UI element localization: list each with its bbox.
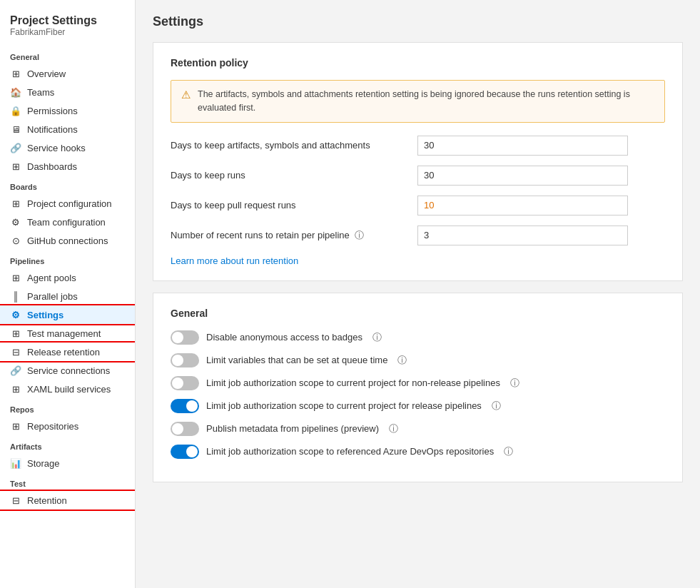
form-label-days-artifacts: Days to keep artifacts, symbols and atta… — [171, 140, 406, 151]
sidebar-item-parallel-jobs[interactable]: ║Parallel jobs — [0, 287, 135, 305]
sidebar: Project Settings FabrikamFiber General⊞O… — [0, 0, 136, 588]
page-title: Settings — [153, 14, 683, 29]
sidebar-item-agent-pools[interactable]: ⊞Agent pools — [0, 268, 135, 287]
sidebar-item-label-xaml-build-services: XAML build services — [27, 384, 111, 395]
sidebar-item-repositories[interactable]: ⊞Repositories — [0, 417, 135, 435]
sidebar-item-project-configuration[interactable]: ⊞Project configuration — [0, 194, 135, 213]
app-subtitle: FabrikamFiber — [10, 27, 125, 37]
settings-icon: ⚙ — [10, 309, 21, 320]
sidebar-item-label-service-hooks: Service hooks — [27, 143, 86, 153]
sidebar-item-label-retention: Retention — [27, 495, 67, 506]
sidebar-item-label-permissions: Permissions — [27, 106, 78, 116]
form-label-days-runs: Days to keep runs — [171, 170, 406, 181]
form-row-days-pr-runs: Days to keep pull request runs — [171, 196, 665, 216]
sidebar-item-service-hooks[interactable]: 🔗Service hooks — [0, 138, 135, 157]
toggle-label-anonymous-badges: Disable anonymous access to badges — [206, 332, 362, 343]
sidebar-item-settings[interactable]: ⚙Settings1 — [0, 305, 135, 324]
sidebar-item-label-parallel-jobs: Parallel jobs — [27, 291, 78, 302]
form-label-recent-runs: Number of recent runs to retain per pipe… — [171, 229, 406, 242]
toggle-switch-anonymous-badges[interactable] — [171, 330, 199, 345]
parallel-jobs-icon: ║ — [10, 290, 21, 302]
sidebar-section-label: Boards — [0, 176, 135, 194]
toggle-switch-limit-job-auth-non-release[interactable] — [171, 376, 199, 390]
sidebar-header: Project Settings FabrikamFiber — [0, 9, 135, 46]
retention-policy-section: Retention policy ⚠ The artifacts, symbol… — [153, 42, 683, 281]
retention-policy-title: Retention policy — [171, 57, 665, 69]
sidebar-item-release-retention[interactable]: ⊟Release retention2 — [0, 343, 135, 361]
form-row-recent-runs: Number of recent runs to retain per pipe… — [171, 225, 665, 245]
sidebar-item-test-management[interactable]: ⊞Test management — [0, 324, 135, 343]
sidebar-item-teams[interactable]: 🏠Teams — [0, 83, 135, 101]
retention-icon: ⊟ — [10, 495, 21, 506]
form-label-days-pr-runs: Days to keep pull request runs — [171, 200, 406, 211]
toggle-switch-limit-job-auth-azure[interactable] — [171, 445, 199, 459]
app-title: Project Settings — [10, 14, 125, 27]
sidebar-item-storage[interactable]: 📊Storage — [0, 454, 135, 472]
sidebar-item-github-connections[interactable]: ⊙GitHub connections — [0, 231, 135, 250]
overview-icon: ⊞ — [10, 68, 21, 79]
toggle-label-limit-job-auth-release: Limit job authorization scope to current… — [206, 400, 482, 411]
agent-pools-icon: ⊞ — [10, 272, 21, 283]
teams-icon: 🏠 — [10, 86, 21, 98]
toggle-row-limit-job-auth-azure: Limit job authorization scope to referen… — [171, 445, 665, 459]
toggle-label-limit-variables: Limit variables that can be set at queue… — [206, 355, 387, 365]
toggle-info-icon-anonymous-badges[interactable]: ⓘ — [372, 331, 382, 344]
sidebar-item-label-service-connections: Service connections — [27, 365, 110, 376]
project-configuration-icon: ⊞ — [10, 198, 21, 209]
sidebar-item-retention[interactable]: ⊟Retention3 — [0, 491, 135, 510]
sidebar-item-label-release-retention: Release retention — [27, 347, 100, 358]
xaml-build-services-icon: ⊞ — [10, 383, 21, 395]
sidebar-item-service-connections[interactable]: 🔗Service connections — [0, 361, 135, 380]
toggle-info-icon-limit-job-auth-non-release[interactable]: ⓘ — [510, 377, 519, 390]
sidebar-item-overview[interactable]: ⊞Overview — [0, 64, 135, 83]
toggle-row-publish-metadata: Publish metadata from pipelines (preview… — [171, 422, 665, 436]
toggle-row-anonymous-badges: Disable anonymous access to badgesⓘ — [171, 330, 665, 345]
release-retention-icon: ⊟ — [10, 346, 21, 358]
service-hooks-icon: 🔗 — [10, 142, 21, 153]
sidebar-item-notifications[interactable]: 🖥Notifications — [0, 120, 135, 138]
warning-icon: ⚠ — [181, 88, 191, 101]
sidebar-item-label-test-management: Test management — [27, 328, 101, 339]
input-recent-runs[interactable] — [417, 225, 628, 245]
sidebar-item-dashboards[interactable]: ⊞Dashboards — [0, 157, 135, 176]
sidebar-item-label-dashboards: Dashboards — [27, 161, 77, 172]
sidebar-item-permissions[interactable]: 🔒Permissions — [0, 101, 135, 120]
input-days-pr-runs[interactable] — [417, 196, 628, 216]
sidebar-section-label: Pipelines — [0, 250, 135, 268]
info-icon-recent-runs[interactable]: ⓘ — [352, 230, 365, 240]
sidebar-item-label-repositories: Repositories — [27, 421, 78, 432]
main-content: Settings Retention policy ⚠ The artifact… — [136, 0, 700, 588]
github-connections-icon: ⊙ — [10, 235, 21, 246]
sidebar-section-label: General — [0, 46, 135, 64]
learn-more-link[interactable]: Learn more about run retention — [171, 255, 298, 266]
service-connections-icon: 🔗 — [10, 365, 21, 376]
team-configuration-icon: ⚙ — [10, 216, 21, 228]
sidebar-item-label-team-configuration: Team configuration — [27, 217, 106, 228]
input-days-runs[interactable] — [417, 166, 628, 186]
toggle-row-limit-job-auth-non-release: Limit job authorization scope to current… — [171, 376, 665, 390]
toggle-switch-limit-variables[interactable] — [171, 353, 199, 368]
alert-banner: ⚠ The artifacts, symbols and attachments… — [171, 80, 665, 123]
sidebar-item-label-github-connections: GitHub connections — [27, 235, 108, 246]
toggle-row-limit-variables: Limit variables that can be set at queue… — [171, 353, 665, 368]
permissions-icon: 🔒 — [10, 105, 21, 116]
toggle-info-icon-publish-metadata[interactable]: ⓘ — [389, 422, 398, 435]
sidebar-item-xaml-build-services[interactable]: ⊞XAML build services — [0, 380, 135, 398]
input-days-artifacts[interactable] — [417, 136, 628, 156]
toggle-info-icon-limit-job-auth-release[interactable]: ⓘ — [492, 400, 501, 412]
toggle-label-limit-job-auth-non-release: Limit job authorization scope to current… — [206, 377, 500, 388]
form-row-days-artifacts: Days to keep artifacts, symbols and atta… — [171, 136, 665, 156]
storage-icon: 📊 — [10, 457, 21, 469]
form-row-days-runs: Days to keep runs — [171, 166, 665, 186]
sidebar-item-label-storage: Storage — [27, 458, 60, 469]
toggle-info-icon-limit-variables[interactable]: ⓘ — [397, 354, 407, 367]
sidebar-section-label: Repos — [0, 398, 135, 417]
sidebar-section-label: Test — [0, 472, 135, 491]
toggle-switch-publish-metadata[interactable] — [171, 422, 199, 436]
toggle-switch-limit-job-auth-release[interactable] — [171, 399, 199, 413]
sidebar-item-label-project-configuration: Project configuration — [27, 198, 112, 209]
sidebar-item-team-configuration[interactable]: ⚙Team configuration — [0, 213, 135, 231]
general-section: General Disable anonymous access to badg… — [153, 293, 683, 482]
toggle-info-icon-limit-job-auth-azure[interactable]: ⓘ — [504, 445, 513, 458]
toggle-row-limit-job-auth-release: Limit job authorization scope to current… — [171, 399, 665, 413]
